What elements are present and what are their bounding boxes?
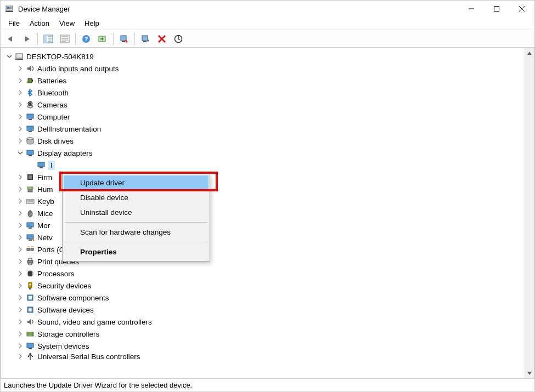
expander-closed-icon[interactable] [16, 197, 24, 205]
display-icon [25, 149, 35, 157]
expander-closed-icon[interactable] [16, 209, 24, 217]
expander-closed-icon[interactable] [16, 282, 24, 289]
expander-closed-icon[interactable] [16, 234, 24, 241]
tree-node[interactable]: Bluetooth [2, 87, 533, 99]
tree-node-label: Software devices [37, 306, 94, 314]
expander-closed-icon[interactable] [16, 89, 24, 96]
expander-closed-icon[interactable] [16, 65, 24, 72]
svg-rect-57 [31, 248, 33, 251]
toolbar-help-topics[interactable] [57, 32, 72, 46]
tree-root[interactable]: DESKTOP-504K819 [2, 50, 533, 63]
svg-point-77 [32, 356, 33, 357]
expander-closed-icon[interactable] [16, 137, 24, 145]
tree-node[interactable]: Disk drives [2, 135, 533, 147]
tree-node[interactable]: Storage controllers [2, 328, 533, 340]
minimize-button[interactable] [459, 1, 484, 17]
toolbar-disable[interactable] [116, 32, 132, 46]
expander-closed-icon[interactable] [16, 330, 24, 338]
expander-closed-icon[interactable] [16, 294, 24, 302]
toolbar-update[interactable] [95, 32, 110, 46]
printer-icon [25, 257, 35, 266]
tree-node[interactable]: Software devices [2, 304, 533, 316]
svg-rect-22 [122, 41, 125, 42]
expander-open-icon[interactable] [5, 53, 13, 60]
ports-icon [25, 245, 35, 254]
close-button[interactable] [509, 1, 534, 17]
audio-icon [25, 64, 35, 73]
monitor-icon [25, 221, 35, 230]
tree-node-label: Display adapters [37, 149, 93, 157]
toolbar-separator [37, 33, 38, 45]
tree-node[interactable]: Processors [2, 268, 533, 280]
context-menu-separator [65, 242, 207, 242]
tree-node[interactable]: Software components [2, 292, 533, 304]
hid-icon [25, 185, 35, 194]
svg-rect-76 [28, 356, 29, 357]
expander-closed-icon[interactable] [16, 221, 24, 229]
vertical-scrollbar[interactable] [525, 48, 534, 378]
expander-open-icon[interactable] [16, 149, 24, 157]
statusbar-text: Launches the Update Driver Wizard for th… [4, 381, 192, 389]
tree-node-label: Disk drives [37, 137, 74, 145]
expander-closed-icon[interactable] [16, 258, 24, 265]
menu-view[interactable]: View [55, 18, 79, 29]
tree-node[interactable]: Computer [2, 111, 533, 123]
toolbar-help[interactable]: ? [78, 32, 94, 46]
expander-closed-icon[interactable] [16, 173, 24, 181]
tree-node[interactable]: Display adapters [2, 147, 533, 159]
tree-leaf-selected[interactable]: I [2, 159, 533, 171]
tree-node[interactable]: Sound, video and game controllers [2, 316, 533, 328]
tree-node[interactable]: System devices [2, 340, 533, 352]
context-menu-item[interactable]: Scan for hardware changes [64, 225, 209, 240]
tree-node-label: Hum [37, 185, 53, 194]
scroll-track[interactable] [525, 58, 534, 368]
context-menu-item[interactable]: Update driver [64, 175, 209, 190]
scroll-down-icon[interactable] [525, 368, 534, 378]
expander-closed-icon[interactable] [16, 125, 24, 133]
toolbar-uninstall[interactable] [138, 32, 153, 46]
toolbar-back[interactable] [3, 32, 18, 46]
toolbar-forward[interactable] [19, 32, 35, 46]
svg-point-75 [30, 353, 31, 355]
svg-point-72 [32, 335, 33, 336]
expander-closed-icon[interactable] [16, 101, 24, 109]
tree-node[interactable]: Cameras [2, 99, 533, 111]
svg-rect-60 [29, 263, 32, 265]
menu-help[interactable]: Help [80, 18, 104, 29]
mouse-icon [25, 209, 35, 218]
expander-closed-icon[interactable] [16, 270, 24, 277]
tree-node-label: Sound, video and game controllers [37, 318, 152, 326]
context-menu-item[interactable]: Uninstall device [64, 205, 209, 220]
expander-closed-icon[interactable] [16, 318, 24, 326]
expander-closed-icon[interactable] [16, 113, 24, 121]
svg-rect-56 [27, 248, 30, 251]
tree-root-label: DESKTOP-504K819 [26, 53, 94, 61]
context-menu-item[interactable]: Properties [64, 245, 209, 259]
context-menu-item[interactable]: Disable device [64, 190, 209, 205]
tree-node[interactable]: DellInstrumentation [2, 123, 533, 135]
device-manager-window: Device Manager File Action View Help [0, 0, 535, 392]
svg-rect-66 [29, 296, 32, 299]
tree-node[interactable]: Security devices [2, 280, 533, 292]
svg-rect-26 [16, 54, 22, 58]
tree-node[interactable]: Audio inputs and outputs [2, 63, 533, 75]
expander-closed-icon[interactable] [16, 185, 24, 193]
display-icon [36, 161, 46, 169]
expander-closed-icon[interactable] [16, 353, 24, 360]
expander-closed-icon[interactable] [16, 342, 24, 350]
expander-closed-icon[interactable] [16, 246, 24, 253]
menu-file[interactable]: File [4, 18, 24, 29]
expander-closed-icon[interactable] [16, 77, 24, 84]
tree-node-label: Universal Serial Bus controllers [37, 353, 140, 361]
toolbar-delete-icon[interactable] [154, 32, 170, 46]
toolbar-show-tree[interactable] [41, 32, 56, 46]
tree-node[interactable]: Batteries [2, 75, 533, 87]
tree-node[interactable]: Universal Serial Bus controllers [2, 352, 533, 361]
expander-closed-icon[interactable] [16, 306, 24, 314]
tree-node-label: DellInstrumentation [37, 125, 101, 133]
svg-rect-45 [27, 187, 33, 189]
maximize-button[interactable] [484, 1, 509, 17]
scroll-up-icon[interactable] [525, 48, 534, 58]
menu-action[interactable]: Action [25, 18, 54, 29]
toolbar-scan[interactable] [171, 32, 186, 46]
